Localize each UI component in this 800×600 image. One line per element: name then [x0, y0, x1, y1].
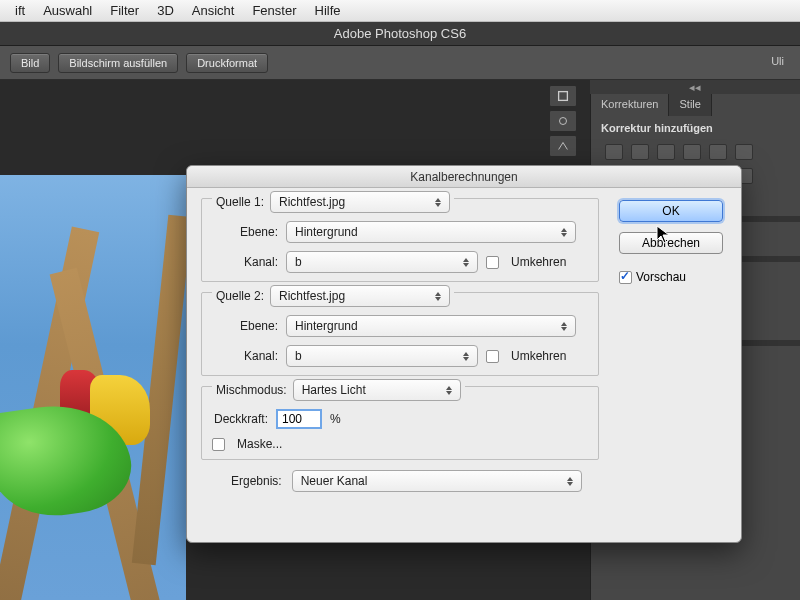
menu-item[interactable]: 3D	[148, 3, 183, 18]
tool-icon[interactable]	[549, 135, 577, 157]
source2-file-select[interactable]: Richtfest.jpg	[270, 285, 450, 307]
source2-channel-select[interactable]: b	[286, 345, 478, 367]
panel-header: Korrektur hinzufügen	[591, 116, 800, 140]
source1-invert-checkbox[interactable]	[486, 256, 499, 269]
menu-item[interactable]: Ansicht	[183, 3, 244, 18]
svg-point-1	[560, 118, 567, 125]
mask-checkbox[interactable]	[212, 438, 225, 451]
ebene-label: Ebene:	[214, 225, 278, 239]
menu-item[interactable]: Fenster	[243, 3, 305, 18]
menu-item[interactable]: Auswahl	[34, 3, 101, 18]
user-indicator: Uli	[771, 55, 784, 67]
svg-rect-0	[559, 92, 568, 101]
opacity-label: Deckkraft:	[214, 412, 268, 426]
tab-korrekturen[interactable]: Korrekturen	[591, 94, 669, 116]
source1-file-select[interactable]: Richtfest.jpg	[270, 191, 450, 213]
source2-legend: Quelle 2:	[216, 289, 264, 303]
source1-group: Quelle 1: Richtfest.jpg Ebene: Hintergru…	[201, 198, 599, 282]
adjustment-icon[interactable]	[683, 144, 701, 160]
ebene-label: Ebene:	[214, 319, 278, 333]
source2-invert-checkbox[interactable]	[486, 350, 499, 363]
adjustment-icon[interactable]	[631, 144, 649, 160]
result-label: Ergebnis:	[231, 474, 282, 488]
source1-layer-select[interactable]: Hintergrund	[286, 221, 576, 243]
blend-legend: Mischmodus:	[216, 383, 287, 397]
cancel-button[interactable]: Abbrechen	[619, 232, 723, 254]
invert-label: Umkehren	[511, 255, 566, 269]
preview-checkbox[interactable]	[619, 271, 632, 284]
tool-strip	[549, 85, 577, 157]
adjustment-icon[interactable]	[657, 144, 675, 160]
optbar-button[interactable]: Bildschirm ausfüllen	[58, 53, 178, 73]
kanal-label: Kanal:	[214, 255, 278, 269]
tool-icon[interactable]	[549, 85, 577, 107]
source1-channel-select[interactable]: b	[286, 251, 478, 273]
adjustment-icon[interactable]	[605, 144, 623, 160]
panel-collapse-icon[interactable]: ◂◂	[590, 80, 800, 94]
source2-group: Quelle 2: Richtfest.jpg Ebene: Hintergru…	[201, 292, 599, 376]
menu-item[interactable]: Filter	[101, 3, 148, 18]
opacity-unit: %	[330, 412, 341, 426]
calculations-dialog: Kanalberechnungen Quelle 1: Richtfest.jp…	[186, 165, 742, 543]
mask-label: Maske...	[237, 437, 282, 451]
adjustment-icon[interactable]	[709, 144, 727, 160]
kanal-label: Kanal:	[214, 349, 278, 363]
result-select[interactable]: Neuer Kanal	[292, 470, 582, 492]
source2-layer-select[interactable]: Hintergrund	[286, 315, 576, 337]
document-canvas[interactable]	[0, 175, 186, 600]
blend-group: Mischmodus: Hartes Licht Deckkraft: % Ma…	[201, 386, 599, 460]
tool-icon[interactable]	[549, 110, 577, 132]
preview-label: Vorschau	[636, 270, 686, 284]
menu-item[interactable]: ift	[6, 3, 34, 18]
optbar-button[interactable]: Bild	[10, 53, 50, 73]
invert-label: Umkehren	[511, 349, 566, 363]
source1-legend: Quelle 1:	[216, 195, 264, 209]
tab-stile[interactable]: Stile	[669, 94, 711, 116]
app-title: Adobe Photoshop CS6	[334, 26, 466, 41]
macos-menubar[interactable]: ift Auswahl Filter 3D Ansicht Fenster Hi…	[0, 0, 800, 22]
opacity-input[interactable]	[276, 409, 322, 429]
menu-item[interactable]: Hilfe	[306, 3, 350, 18]
app-titlebar: Adobe Photoshop CS6	[0, 22, 800, 46]
ok-button[interactable]: OK	[619, 200, 723, 222]
panel-tabs: Korrekturen Stile	[591, 94, 800, 116]
adjustment-icon[interactable]	[735, 144, 753, 160]
optbar-button[interactable]: Druckformat	[186, 53, 268, 73]
dialog-title: Kanalberechnungen	[187, 166, 741, 188]
options-bar: Bild Bildschirm ausfüllen Druckformat Ul…	[0, 46, 800, 80]
blend-mode-select[interactable]: Hartes Licht	[293, 379, 461, 401]
